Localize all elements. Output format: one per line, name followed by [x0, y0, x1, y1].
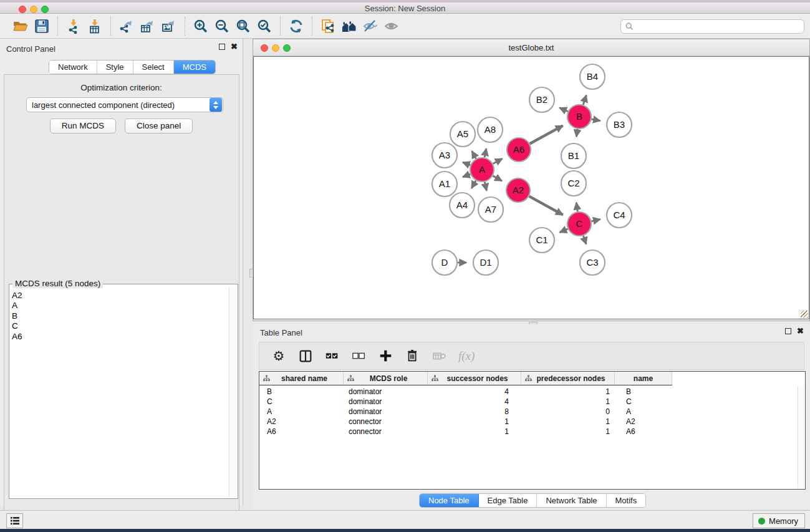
run-mcds-button[interactable]: Run MCDS [50, 118, 116, 133]
refresh-icon[interactable] [287, 17, 306, 36]
edge-C-C2[interactable] [576, 203, 577, 211]
edge-A2-C[interactable] [529, 196, 563, 215]
mcds-result-scrollbar[interactable] [229, 287, 236, 497]
task-history-button[interactable] [6, 513, 23, 528]
cell-predecessor-nodes[interactable]: 0 [521, 407, 615, 417]
cell-MCDS-role[interactable]: dominator [344, 397, 428, 407]
cell-name[interactable]: C [615, 397, 672, 407]
settings-gear-icon[interactable]: ⚙ [271, 348, 287, 364]
mcds-result-list[interactable]: A2ABCA6 [12, 291, 22, 342]
column-header-successor-nodes[interactable]: successor nodes [428, 372, 521, 385]
export-image-icon[interactable] [160, 17, 178, 36]
import-network-icon[interactable] [64, 17, 83, 36]
cell-shared-name[interactable]: A2 [259, 417, 344, 427]
cell-successor-nodes[interactable]: 1 [428, 427, 521, 437]
cell-name[interactable]: A2 [615, 417, 672, 427]
add-column-icon[interactable] [378, 348, 394, 364]
zoom-selected-icon[interactable] [255, 17, 274, 36]
close-panel-button[interactable]: Close panel [125, 118, 193, 133]
node-table[interactable]: shared name MCDS role successor nodes pr… [259, 371, 806, 490]
cell-successor-nodes[interactable]: 4 [428, 397, 521, 407]
cell-name[interactable]: A6 [615, 427, 672, 437]
table-row-C[interactable]: Cdominator41C [259, 397, 672, 407]
network-graph[interactable]: B4B2BB3A8A5A6A3B1AC2A1A2A4A7C4CC1C3DD1 [254, 57, 809, 319]
edge-C-C1[interactable] [559, 229, 567, 233]
close-panel-icon[interactable]: ✖ [231, 44, 238, 50]
memory-button[interactable]: Memory [753, 513, 805, 528]
network-canvas[interactable]: B4B2BB3A8A5A6A3B1AC2A1A2A4A7C4CC1C3DD1 [253, 56, 809, 319]
edge-A-A8[interactable] [485, 148, 486, 157]
tab-edge-table[interactable]: Edge Table [479, 494, 538, 507]
edge-B-B4[interactable] [583, 95, 586, 105]
mcds-result-item[interactable]: A [12, 301, 22, 311]
cell-shared-name[interactable]: A6 [259, 427, 344, 437]
zoom-out-icon[interactable] [213, 17, 231, 36]
cell-shared-name[interactable]: B [259, 387, 344, 397]
float-panel-icon[interactable] [785, 328, 791, 334]
show-details-icon[interactable] [382, 17, 401, 36]
splitter-handle[interactable] [249, 269, 253, 278]
first-neighbors-icon[interactable] [340, 17, 359, 36]
cell-MCDS-role[interactable]: dominator [344, 387, 428, 397]
delete-column-icon[interactable] [405, 348, 421, 364]
export-table-icon[interactable] [138, 17, 157, 36]
cell-successor-nodes[interactable]: 1 [428, 417, 521, 427]
cell-shared-name[interactable]: A [259, 407, 344, 417]
edge-C-C4[interactable] [592, 220, 600, 221]
window-resize-handle[interactable] [801, 311, 808, 318]
edge-B-B2[interactable] [559, 108, 567, 112]
cell-predecessor-nodes[interactable]: 1 [521, 427, 615, 437]
column-header-shared-name[interactable]: shared name [259, 372, 344, 385]
column-header-MCDS-role[interactable]: MCDS role [344, 372, 428, 385]
edge-A6-B[interactable] [530, 125, 563, 143]
table-row-A2[interactable]: A2connector11A2 [259, 417, 672, 427]
edge-A-A2[interactable] [493, 176, 502, 181]
import-table-icon[interactable] [85, 17, 104, 36]
network-window-titlebar[interactable]: testGlobe.txt [253, 39, 809, 56]
cell-shared-name[interactable]: C [259, 397, 344, 407]
cell-name[interactable]: A [615, 407, 672, 417]
deselect-all-columns-icon[interactable] [351, 348, 367, 364]
tab-node-table[interactable]: Node Table [420, 494, 479, 507]
column-header-predecessor-nodes[interactable]: predecessor nodes [521, 372, 615, 385]
export-network-icon[interactable] [117, 17, 136, 36]
tab-style[interactable]: Style [97, 60, 133, 74]
cell-predecessor-nodes[interactable]: 1 [521, 387, 615, 397]
column-header-name[interactable]: name [615, 372, 672, 385]
hide-details-icon[interactable] [361, 17, 380, 36]
table-row-A[interactable]: Adominator80A [259, 407, 672, 417]
select-all-columns-icon[interactable] [324, 348, 340, 364]
table-scrollbar[interactable] [798, 386, 804, 488]
edge-B-B3[interactable] [592, 119, 600, 121]
edge-C-C3[interactable] [583, 236, 586, 244]
mcds-result-item[interactable]: A6 [12, 332, 22, 342]
edge-A-A6[interactable] [493, 158, 503, 163]
zoom-fit-icon[interactable] [234, 17, 253, 36]
cell-MCDS-role[interactable]: connector [344, 427, 428, 437]
cell-predecessor-nodes[interactable]: 1 [521, 397, 615, 407]
criterion-dropdown[interactable]: largest connected component (directed) [26, 97, 223, 112]
cell-MCDS-role[interactable]: connector [344, 417, 428, 427]
close-panel-icon[interactable]: ✖ [797, 328, 804, 334]
search-field[interactable] [620, 19, 804, 34]
open-session-icon[interactable] [11, 17, 30, 36]
cell-successor-nodes[interactable]: 4 [428, 387, 521, 397]
table-row-A6[interactable]: A6connector11A6 [259, 427, 672, 437]
cell-predecessor-nodes[interactable]: 1 [521, 417, 615, 427]
mcds-result-item[interactable]: A2 [12, 291, 22, 301]
mcds-result-item[interactable]: C [12, 321, 22, 331]
search-input[interactable] [637, 22, 804, 31]
tab-network-table[interactable]: Network Table [537, 494, 606, 507]
tab-motifs[interactable]: Motifs [607, 494, 646, 507]
zoom-in-icon[interactable] [191, 17, 210, 36]
edge-A-A5[interactable] [472, 151, 476, 158]
tab-mcds[interactable]: MCDS [174, 60, 215, 74]
edge-A-A1[interactable] [463, 174, 470, 177]
cell-successor-nodes[interactable]: 8 [428, 407, 521, 417]
float-panel-icon[interactable] [219, 44, 225, 50]
edge-B-B1[interactable] [576, 129, 577, 137]
cell-MCDS-role[interactable]: dominator [344, 407, 428, 417]
save-session-icon[interactable] [32, 17, 51, 36]
table-row-B[interactable]: Bdominator41B [259, 387, 672, 397]
tab-network[interactable]: Network [49, 60, 97, 74]
